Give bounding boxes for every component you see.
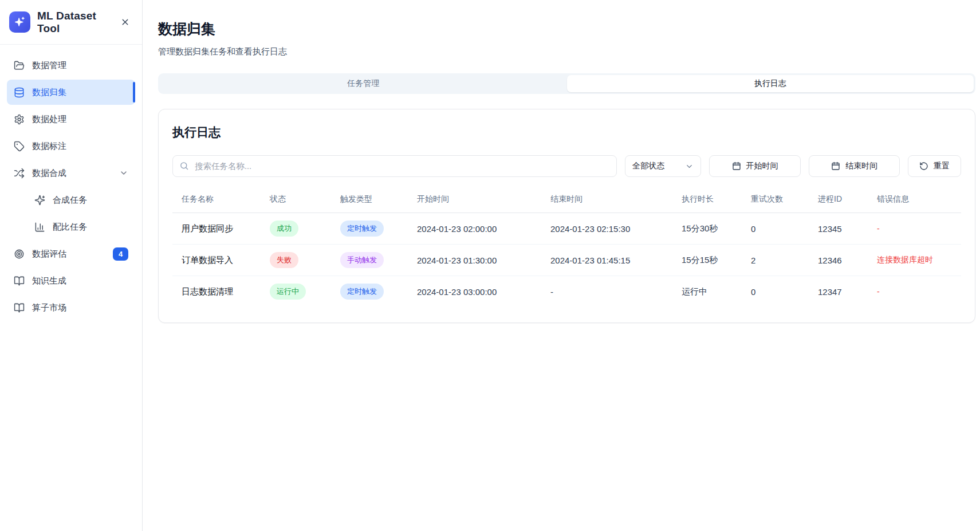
search-box: [172, 155, 617, 177]
tab-task-management[interactable]: 任务管理: [160, 75, 567, 92]
cell-trigger: 定时触发: [331, 213, 408, 245]
cell-duration: 运行中: [672, 276, 742, 308]
column-header: 错误信息: [868, 194, 961, 213]
cell-retries: 0: [742, 276, 809, 308]
cell-duration: 15分15秒: [672, 245, 742, 276]
gear-icon: [14, 114, 25, 125]
table-row: 用户数据同步成功定时触发2024-01-23 02:00:002024-01-2…: [172, 213, 961, 245]
trigger-badge: 手动触发: [340, 252, 384, 268]
count-badge: 4: [113, 247, 128, 261]
column-header: 进程ID: [809, 194, 868, 213]
chevron-down-icon: [685, 162, 694, 171]
table-header-row: 任务名称状态触发类型开始时间结束时间执行时长重试次数进程ID错误信息: [172, 194, 961, 213]
search-input[interactable]: [172, 155, 617, 177]
calendar-icon: [732, 162, 741, 171]
cell-status: 运行中: [261, 276, 331, 308]
cell-error: 连接数据库超时: [868, 245, 961, 276]
trigger-badge: 定时触发: [340, 284, 384, 300]
sidebar-nav: 数据管理数据归集数据处理数据标注数据合成合成任务配比任务数据评估4知识生成算子市…: [0, 45, 142, 330]
column-header: 执行时长: [672, 194, 742, 213]
book-icon: [14, 302, 25, 313]
start-time-button[interactable]: 开始时间: [709, 155, 801, 177]
app-logo-icon: [9, 11, 30, 33]
column-header: 状态: [261, 194, 331, 213]
sidebar-item-data-synthesis[interactable]: 数据合成: [7, 160, 135, 186]
cell-duration: 15分30秒: [672, 213, 742, 245]
cell-status: 成功: [261, 213, 331, 245]
cell-end-time: -: [541, 276, 672, 308]
log-table: 任务名称状态触发类型开始时间结束时间执行时长重试次数进程ID错误信息 用户数据同…: [172, 194, 961, 308]
column-header: 任务名称: [172, 194, 261, 213]
status-badge: 成功: [270, 221, 298, 237]
table-row: 日志数据清理运行中定时触发2024-01-23 03:00:00-运行中0123…: [172, 276, 961, 308]
sidebar: ML Dataset Tool 数据管理数据归集数据处理数据标注数据合成合成任务…: [0, 0, 143, 531]
cell-status: 失败: [261, 245, 331, 276]
search-icon: [179, 161, 189, 173]
sidebar-header: ML Dataset Tool: [0, 0, 142, 45]
sidebar-item-data-collection[interactable]: 数据归集: [7, 80, 135, 105]
page-subtitle: 管理数据归集任务和查看执行日志: [158, 46, 975, 57]
bar-chart-icon: [34, 222, 45, 233]
cell-trigger: 手动触发: [331, 245, 408, 276]
cell-start-time: 2024-01-23 01:30:00: [408, 245, 541, 276]
rotate-ccw-icon: [919, 162, 928, 171]
cell-pid: 12346: [809, 245, 868, 276]
app-title: ML Dataset Tool: [37, 10, 110, 35]
page-title: 数据归集: [158, 19, 975, 38]
active-indicator: [133, 82, 135, 103]
book-icon: [14, 276, 25, 286]
target-icon: [14, 249, 25, 259]
reset-button[interactable]: 重置: [908, 155, 961, 177]
panel-title: 执行日志: [172, 124, 961, 140]
status-filter-value: 全部状态: [632, 161, 664, 171]
sidebar-close-button[interactable]: [117, 14, 133, 30]
cell-start-time: 2024-01-23 02:00:00: [408, 213, 541, 245]
column-header: 结束时间: [541, 194, 672, 213]
main-content: 数据归集 管理数据归集任务和查看执行日志 任务管理执行日志 执行日志 全部状态: [143, 0, 980, 531]
execution-log-panel: 执行日志 全部状态: [158, 109, 975, 323]
sidebar-item-data-management[interactable]: 数据管理: [7, 53, 135, 78]
sparkles-icon: [34, 195, 45, 206]
chevron-down-icon: [119, 168, 128, 178]
sidebar-item-data-processing[interactable]: 数据处理: [7, 107, 135, 132]
tag-icon: [14, 141, 25, 152]
cell-end-time: 2024-01-23 02:15:30: [541, 213, 672, 245]
tab-execution-logs[interactable]: 执行日志: [567, 75, 974, 92]
close-icon: [120, 17, 130, 27]
database-icon: [14, 87, 25, 98]
cell-retries: 0: [742, 213, 809, 245]
cell-task-name: 订单数据导入: [172, 245, 261, 276]
folder-icon: [14, 60, 25, 71]
filter-toolbar: 全部状态 开始时间 结束时间: [172, 155, 961, 177]
status-filter-select[interactable]: 全部状态: [625, 155, 701, 177]
column-header: 触发类型: [331, 194, 408, 213]
cell-pid: 12347: [809, 276, 868, 308]
trigger-badge: 定时触发: [340, 221, 384, 237]
status-badge: 失败: [270, 252, 298, 268]
cell-error: -: [868, 213, 961, 245]
calendar-icon: [831, 162, 840, 171]
shuffle-icon: [14, 168, 25, 179]
sidebar-item-synthesis-task[interactable]: 合成任务: [7, 187, 135, 213]
table-row: 订单数据导入失败手动触发2024-01-23 01:30:002024-01-2…: [172, 245, 961, 276]
sidebar-item-data-annotation[interactable]: 数据标注: [7, 133, 135, 159]
column-header: 重试次数: [742, 194, 809, 213]
cell-start-time: 2024-01-23 03:00:00: [408, 276, 541, 308]
cell-end-time: 2024-01-23 01:45:15: [541, 245, 672, 276]
sidebar-item-operator-market[interactable]: 算子市场: [7, 295, 135, 320]
cell-error: -: [868, 276, 961, 308]
cell-task-name: 用户数据同步: [172, 213, 261, 245]
tab-bar: 任务管理执行日志: [158, 73, 975, 94]
column-header: 开始时间: [408, 194, 541, 213]
sidebar-item-data-evaluation[interactable]: 数据评估4: [7, 241, 135, 266]
app-window: ML Dataset Tool 数据管理数据归集数据处理数据标注数据合成合成任务…: [0, 0, 980, 531]
sidebar-item-ratio-task[interactable]: 配比任务: [7, 214, 135, 239]
sidebar-item-knowledge-generation[interactable]: 知识生成: [7, 268, 135, 293]
status-badge: 运行中: [270, 284, 306, 300]
cell-pid: 12345: [809, 213, 868, 245]
cell-retries: 2: [742, 245, 809, 276]
cell-task-name: 日志数据清理: [172, 276, 261, 308]
cell-trigger: 定时触发: [331, 276, 408, 308]
end-time-button[interactable]: 结束时间: [809, 155, 900, 177]
